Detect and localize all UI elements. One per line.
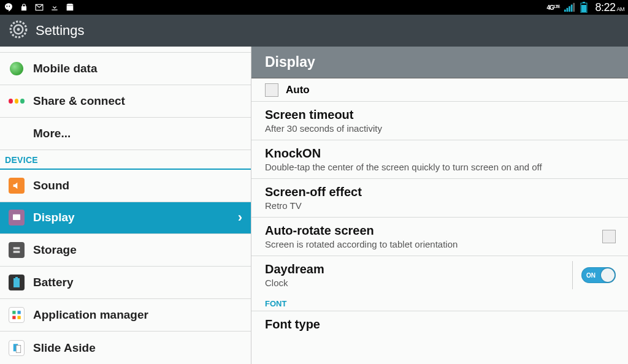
sidebar-item-sound[interactable]: Sound xyxy=(0,170,251,202)
svg-rect-17 xyxy=(12,311,15,314)
sidebar-item-share-connect[interactable]: Share & connect xyxy=(0,85,251,118)
gmail-icon xyxy=(34,3,44,12)
content-scroll[interactable]: Auto Screen timeout After 30 seconds of … xyxy=(251,78,628,364)
sidebar-item-label: Display xyxy=(33,211,75,224)
sidebar-item-bluetooth[interactable]: Bluetooth xyxy=(0,47,251,53)
app-header: Settings xyxy=(0,15,628,47)
switch-knob xyxy=(601,268,615,282)
sidebar-item-app-manager[interactable]: Application manager xyxy=(0,299,251,332)
auto-label: Auto xyxy=(286,84,310,96)
setting-title: Font type xyxy=(265,317,615,332)
content-title: Display xyxy=(251,47,628,78)
svg-rect-3 xyxy=(569,6,571,12)
sidebar-item-label: Application manager xyxy=(33,308,148,322)
sidebar-item-label: More... xyxy=(33,127,71,140)
sidebar-item-label: Mobile data xyxy=(33,62,98,75)
svg-rect-2 xyxy=(567,8,569,12)
auto-checkbox[interactable] xyxy=(265,83,278,97)
settings-gear-icon xyxy=(9,20,28,42)
sidebar-item-label: Share & connect xyxy=(33,94,125,108)
sidebar-item-storage[interactable]: Storage xyxy=(0,234,251,267)
sidebar-section-device: DEVICE xyxy=(0,150,251,170)
setting-title: Daydream xyxy=(265,262,615,276)
sidebar-item-label: Storage xyxy=(33,243,77,257)
status-bar: 4GLTE 8:22AM xyxy=(0,0,628,15)
app-title: Settings xyxy=(36,23,85,39)
sidebar-item-slide-aside[interactable]: Slide Aside xyxy=(0,332,251,364)
display-icon xyxy=(9,210,25,226)
play-store-icon xyxy=(65,2,75,12)
sidebar-item-label: Slide Aside xyxy=(33,341,96,355)
lock-icon xyxy=(20,3,28,12)
setting-auto-rotate[interactable]: Auto-rotate screen Screen is rotated acc… xyxy=(251,218,628,256)
daydream-switch[interactable]: ON xyxy=(581,267,616,283)
setting-auto-brightness[interactable]: Auto xyxy=(251,78,628,102)
svg-rect-20 xyxy=(18,316,21,319)
svg-rect-8 xyxy=(581,5,586,12)
setting-subtitle: Clock xyxy=(265,278,615,288)
chevron-right-icon: › xyxy=(238,210,242,226)
setting-title: Auto-rotate screen xyxy=(265,224,615,238)
svg-rect-12 xyxy=(13,214,20,220)
setting-subtitle: Double-tap the center of the screen quic… xyxy=(265,162,615,172)
sound-icon xyxy=(9,178,25,194)
setting-subtitle: Screen is rotated according to tablet or… xyxy=(265,239,615,249)
svg-rect-13 xyxy=(13,248,20,249)
download-icon xyxy=(50,3,59,12)
battery-icon xyxy=(9,275,25,290)
setting-knockon[interactable]: KnockON Double-tap the center of the scr… xyxy=(251,140,628,179)
section-font: FONT xyxy=(251,294,628,311)
setting-subtitle: After 30 seconds of inactivity xyxy=(265,123,615,134)
apps-icon xyxy=(9,307,25,323)
setting-font-type[interactable]: Font type xyxy=(251,311,628,344)
sidebar-item-more[interactable]: More... xyxy=(0,118,251,150)
slide-aside-icon xyxy=(9,340,25,356)
setting-screen-timeout[interactable]: Screen timeout After 30 seconds of inact… xyxy=(251,102,628,140)
svg-rect-5 xyxy=(573,3,575,12)
settings-content: Display Auto Screen timeout After 30 sec… xyxy=(251,47,628,364)
hangouts-icon xyxy=(4,2,13,12)
svg-point-11 xyxy=(17,28,20,31)
signal-icon xyxy=(564,2,575,12)
svg-rect-22 xyxy=(16,345,21,352)
share-connect-icon xyxy=(9,93,25,109)
svg-rect-16 xyxy=(13,278,20,287)
sidebar-item-mobile-data[interactable]: Mobile data xyxy=(0,53,251,85)
setting-screen-off-effect[interactable]: Screen-off effect Retro TV xyxy=(251,179,628,218)
battery-icon xyxy=(580,2,588,13)
sidebar-item-label: Sound xyxy=(33,179,69,192)
svg-rect-19 xyxy=(12,316,15,319)
setting-title: KnockON xyxy=(265,146,615,161)
storage-icon xyxy=(9,242,25,258)
setting-title: Screen timeout xyxy=(265,108,615,122)
settings-sidebar[interactable]: Bluetooth Mobile data Share & connect Mo… xyxy=(0,47,251,364)
status-clock: 8:22AM xyxy=(595,1,624,14)
svg-rect-4 xyxy=(571,5,573,12)
sidebar-item-battery[interactable]: Battery xyxy=(0,267,251,299)
sidebar-item-label: Battery xyxy=(33,276,73,289)
setting-daydream[interactable]: Daydream Clock ON xyxy=(251,256,628,294)
mobile-data-icon xyxy=(9,61,25,77)
svg-rect-18 xyxy=(18,311,21,314)
svg-rect-1 xyxy=(564,10,566,12)
auto-rotate-checkbox[interactable] xyxy=(602,230,616,243)
svg-rect-14 xyxy=(13,251,20,253)
network-type-label: 4GLTE xyxy=(546,4,559,11)
svg-rect-15 xyxy=(15,277,18,278)
sidebar-item-display[interactable]: Display › xyxy=(0,202,251,235)
setting-title: Screen-off effect xyxy=(265,185,615,199)
bluetooth-icon xyxy=(9,47,25,52)
setting-subtitle: Retro TV xyxy=(265,200,615,211)
